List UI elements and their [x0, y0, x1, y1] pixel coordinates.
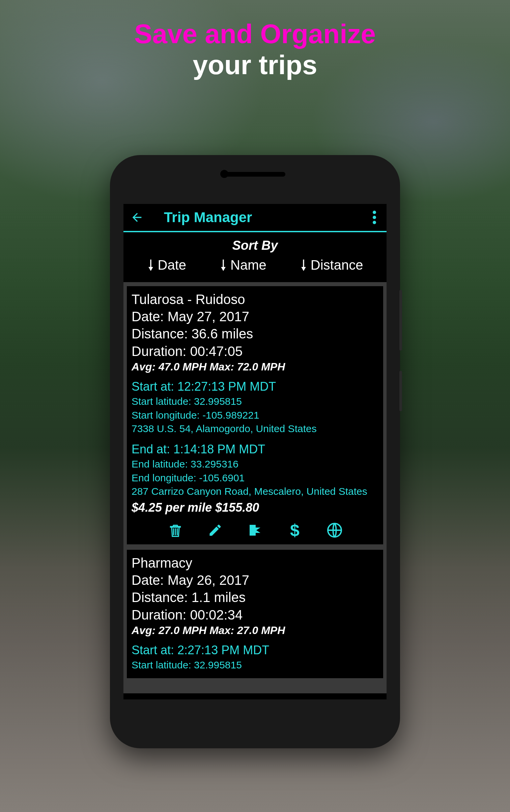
trip-duration: Duration: 00:47:05: [132, 343, 378, 360]
trip-start-lon: Start longitude: -105.989221: [132, 409, 378, 422]
arrow-down-icon: [220, 260, 227, 271]
trip-start-at: Start at: 12:27:13 PM MDT: [132, 379, 378, 395]
trip-end-addr: 287 Carrizo Canyon Road, Mescalero, Unit…: [132, 485, 378, 499]
trip-name: Tularosa - Ruidoso: [132, 291, 378, 308]
app-bar: Trip Manager: [123, 204, 387, 231]
trip-date: Date: May 27, 2017: [132, 308, 378, 325]
trip-start-addr: 7338 U.S. 54, Alamogordo, United States: [132, 422, 378, 436]
svg-point-1: [373, 216, 376, 219]
back-button[interactable]: [130, 211, 144, 224]
sort-by-date[interactable]: Date: [147, 258, 187, 273]
trip-end-lon: End longitude: -105.6901: [132, 471, 378, 485]
arrow-down-icon: [300, 260, 307, 271]
globe-icon: [327, 522, 343, 538]
sort-by-name[interactable]: Name: [220, 258, 266, 273]
export-button[interactable]: [247, 522, 263, 538]
trip-distance: Distance: 1.1 miles: [132, 589, 378, 606]
trip-end-lat: End latitude: 33.295316: [132, 457, 378, 471]
app-screen: Trip Manager Sort By Date Name Distance: [123, 204, 387, 699]
dollar-icon: $: [290, 520, 300, 540]
overflow-menu-button[interactable]: [369, 207, 380, 228]
promo-line-2: your trips: [0, 50, 510, 81]
divider: [123, 231, 387, 232]
trip-start-lat: Start latitude: 32.995815: [132, 395, 378, 409]
trip-card[interactable]: Pharmacy Date: May 26, 2017 Distance: 1.…: [127, 550, 383, 678]
delete-button[interactable]: [167, 522, 183, 538]
promo-header: Save and Organize your trips: [0, 0, 510, 81]
sort-name-label: Name: [230, 258, 266, 273]
map-button[interactable]: [327, 522, 343, 538]
trip-name: Pharmacy: [132, 554, 378, 572]
trip-start-at: Start at: 2:27:13 PM MDT: [132, 642, 378, 659]
trip-list: Tularosa - Ruidoso Date: May 27, 2017 Di…: [123, 282, 387, 693]
phone-frame: Trip Manager Sort By Date Name Distance: [110, 155, 400, 748]
svg-point-0: [373, 211, 376, 214]
trash-icon: [168, 522, 183, 538]
sort-by-distance[interactable]: Distance: [300, 258, 363, 273]
svg-point-2: [373, 221, 376, 224]
cost-button[interactable]: $: [287, 522, 303, 538]
trip-speed: Avg: 27.0 MPH Max: 27.0 MPH: [132, 624, 378, 637]
pencil-icon: [208, 522, 223, 538]
sort-label: Sort By: [123, 236, 387, 258]
trip-actions: $: [132, 522, 378, 538]
trip-cost: $4.25 per mile $155.80: [132, 501, 378, 515]
trip-date: Date: May 26, 2017: [132, 572, 378, 589]
trip-duration: Duration: 00:02:34: [132, 606, 378, 624]
trip-end-at: End at: 1:14:18 PM MDT: [132, 441, 378, 458]
promo-line-1: Save and Organize: [0, 19, 510, 50]
sort-distance-label: Distance: [311, 258, 363, 273]
export-icon: [247, 522, 263, 538]
trip-start-lat: Start latitude: 32.995815: [132, 658, 378, 672]
trip-distance: Distance: 36.6 miles: [132, 325, 378, 342]
arrow-down-icon: [147, 260, 154, 271]
edit-button[interactable]: [207, 522, 223, 538]
page-title: Trip Manager: [164, 209, 369, 225]
sort-date-label: Date: [158, 258, 187, 273]
trip-card[interactable]: Tularosa - Ruidoso Date: May 27, 2017 Di…: [127, 286, 383, 544]
sort-row: Date Name Distance: [123, 258, 387, 282]
trip-speed: Avg: 47.0 MPH Max: 72.0 MPH: [132, 361, 378, 373]
